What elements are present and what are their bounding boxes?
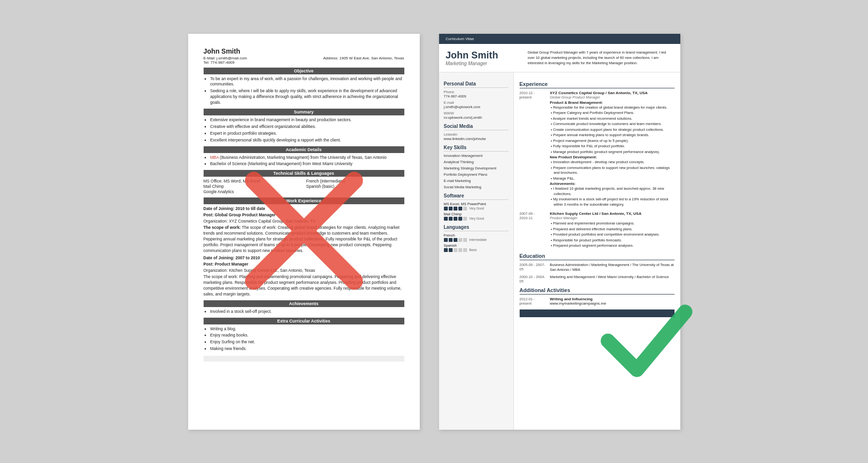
dot xyxy=(449,238,453,242)
exp-subt-0-0: Product & Brand Management: xyxy=(550,100,675,105)
list-item: Extensive experience in brand management… xyxy=(210,117,404,123)
work-post-2: Post: Product Manager xyxy=(204,262,404,267)
list-item: Creative with effective and efficient or… xyxy=(210,124,404,130)
work-scope-2: The scope of work: Planning and implemen… xyxy=(204,274,404,297)
additional-block-0: 2012-01 - present Writing and Influencin… xyxy=(520,297,675,306)
list-item: To be an expert in my area of work, with… xyxy=(210,76,404,88)
exp-bullet: • Provided product portfolios and compet… xyxy=(550,232,675,238)
exp-block-0: 2010-12 - present XYZ Cosmetics Capital … xyxy=(520,91,675,208)
dot xyxy=(444,217,448,221)
mba-text: MBA xyxy=(210,155,219,160)
skill-item: Spanish (basic) xyxy=(306,184,404,189)
skills-row: MS Office: MS Word, MS Excel Mail Chimp … xyxy=(204,179,404,195)
exp-block-1: 2007-09 - 2010-11 Kitchen Supply Center … xyxy=(520,211,675,249)
software-row-0: MS Excel, MS PowerPoint Very Good xyxy=(444,202,509,210)
edu-block-0: 2005-09 - 2007-05 Business Administratio… xyxy=(520,263,675,273)
software-bar-1: Very Good xyxy=(444,217,509,221)
exp-subt-0-1: New Product Development: xyxy=(550,155,675,159)
exp-bullet: • Project management (teams of up to 5 p… xyxy=(550,139,675,144)
dot-empty xyxy=(458,238,462,242)
exp-bullet: • Innovation development - develop new p… xyxy=(550,160,675,165)
list-item: Seeking a role, where I will be able to … xyxy=(210,88,404,106)
work-post-1: Post: Global Group Product Manager xyxy=(204,212,404,218)
exp-bullet: • Analyze market trends and recommend so… xyxy=(550,116,675,122)
summary-list: Extensive experience in brand management… xyxy=(204,117,404,143)
software-name-1: Mail Chimp xyxy=(444,212,509,216)
exp-bullet: • I finalized 10 global marketing projec… xyxy=(550,186,675,196)
objective-header: Objective xyxy=(204,68,404,74)
exp-subt-0-2: Achievements: xyxy=(550,182,675,186)
academic-list: MBA (Business Administration, Marketing … xyxy=(204,155,404,168)
list-item: Writing a blog. xyxy=(210,326,404,332)
dot-empty xyxy=(463,238,467,242)
contact-row: E-Mail: j.smith@mail.com Tel: 774-987-40… xyxy=(204,56,404,65)
exp-date-1: 2007-09 - 2010-11 xyxy=(520,211,546,249)
exp-details-1: Kitchen Supply Center Ltd / San Antonio,… xyxy=(550,211,675,249)
dot xyxy=(454,238,457,242)
additional-title: Additional Activities xyxy=(520,287,675,295)
sidebar: Personal Data Phone 774-987-4009 E-mail … xyxy=(439,72,514,430)
dot xyxy=(449,217,453,221)
exp-bullet: • Responsible for the creation of global… xyxy=(550,105,675,111)
skills-col-right: French (intermediate) Spanish (basic) xyxy=(306,179,404,195)
extra-list: Writing a blog. Enjoy reading books. Enj… xyxy=(204,326,404,352)
skill-item: Mail Chimp xyxy=(204,184,302,189)
email: E-Mail: j.smith@mail.com xyxy=(204,56,247,60)
software-level-1: Very Good xyxy=(469,217,484,220)
languages-title: Languages xyxy=(444,224,509,231)
exp-role-1: Product Manager xyxy=(550,216,675,220)
dot xyxy=(458,207,462,210)
exp-bullet: • Prepared product segment performance a… xyxy=(550,243,675,249)
work-block-2: Date of Joining: 2007 to 2010 Post: Prod… xyxy=(204,255,404,297)
email-label: E-mail xyxy=(444,100,509,105)
language-name-0: French xyxy=(444,233,509,238)
exp-date-0: 2010-12 - present xyxy=(520,91,546,208)
edu-date-0: 2005-09 - 2007-05 xyxy=(520,263,546,273)
exp-bullet: • Prepared and delivered effective marke… xyxy=(550,227,675,232)
language-level-1: Basic xyxy=(469,248,477,252)
exp-details-0: XYZ Cosmetics Capital Group / San Antoni… xyxy=(550,91,675,208)
exp-bullet: • Manage product portfolio (product segm… xyxy=(550,150,675,155)
exp-bullet: • Manage P&L. xyxy=(550,176,675,182)
software-level-0: Very Good xyxy=(469,207,484,210)
exp-header-1: 2007-09 - 2010-11 Kitchen Supply Center … xyxy=(520,211,675,249)
work-date-2: Date of Joining: 2007 to 2010 xyxy=(204,255,404,261)
education-title: Education xyxy=(520,253,675,260)
language-row-0: French Intermediate xyxy=(444,233,509,242)
work-org-1: Organization: XYZ Cosmetics Capital Grou… xyxy=(204,219,404,224)
skill-item: Marketing Strategy Development xyxy=(444,166,509,170)
additional-url-0: www.mymarketingcampaigns.me xyxy=(550,301,675,306)
language-level-0: Intermediate xyxy=(469,238,487,241)
work-block-1: Date of Joining: 2010 to till date Post:… xyxy=(204,206,404,253)
dot xyxy=(454,207,457,210)
additional-title-0: Writing and Influencing xyxy=(550,297,675,301)
main-content: Experience 2010-12 - present XYZ Cosmeti… xyxy=(514,72,680,430)
dot xyxy=(444,248,448,252)
dot xyxy=(449,207,453,210)
skill-item: E-mail Marketing xyxy=(444,179,509,183)
list-item: Enjoy Surfing on the net. xyxy=(210,339,404,345)
phone-label: Phone xyxy=(444,90,509,94)
work-header: Work Experience xyxy=(204,197,404,204)
bottom-dark-bar xyxy=(520,309,675,317)
dot xyxy=(458,217,462,221)
skill-item: Social Media Marketing xyxy=(444,185,509,189)
exp-bullet: • Planned and implemented promotional ca… xyxy=(550,221,675,226)
achievements-list: Involved in a stock sell-off project. xyxy=(204,309,404,315)
additional-details-0: Writing and Influencing www.mymarketingc… xyxy=(550,297,675,306)
left-resume-wrapper: John Smith E-Mail: j.smith@mail.com Tel:… xyxy=(188,34,420,430)
summary-text: Global Group Product Manager with 7 year… xyxy=(528,50,666,66)
www-label: WWW xyxy=(444,111,509,115)
right-resume: Curriculum Vitae John Smith Marketing Ma… xyxy=(439,34,680,430)
header-right: Global Group Product Manager with 7 year… xyxy=(523,50,674,68)
scope-label: The scope of work: xyxy=(204,225,242,230)
dot xyxy=(444,207,448,210)
dot-empty xyxy=(463,248,467,252)
extra-header: Extra Curricular Activities xyxy=(204,318,404,324)
language-bar-1: Basic xyxy=(444,248,509,252)
right-resume-wrapper: Curriculum Vitae John Smith Marketing Ma… xyxy=(439,34,680,430)
dot-empty xyxy=(454,248,457,252)
academic-header: Academic Details xyxy=(204,146,404,153)
right-name: John Smith xyxy=(446,50,523,61)
software-name-0: MS Excel, MS PowerPoint xyxy=(444,202,509,206)
